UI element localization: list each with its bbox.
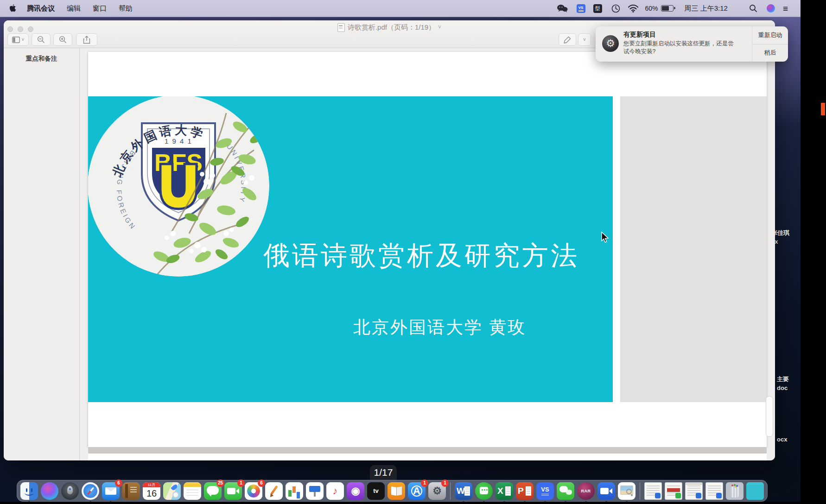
- siri-icon[interactable]: [40, 481, 59, 501]
- window-title: 诗歌赏析.pdf（页码：1/19）: [348, 23, 435, 32]
- zoom-out-button[interactable]: [32, 33, 51, 46]
- facetime-icon[interactable]: 1: [223, 481, 243, 501]
- menu-item-help[interactable]: 帮助: [113, 4, 139, 13]
- green-chat-app-icon[interactable]: [474, 481, 494, 501]
- battery-percent: 60%: [645, 5, 658, 12]
- menu-bar: 腾讯会议 编辑 窗口 帮助 VS 型: [0, 0, 801, 17]
- desktop-file-label[interactable]: 主要doc: [777, 375, 789, 393]
- time-machine-icon[interactable]: [611, 4, 620, 13]
- finder-icon[interactable]: [19, 481, 39, 501]
- notification-center-icon[interactable]: ≡: [783, 4, 788, 13]
- minimized-window-4-icon[interactable]: [705, 481, 724, 501]
- sidebar: 重点和备注: [4, 48, 80, 460]
- chevron-down-icon[interactable]: ˅: [438, 24, 441, 31]
- excel-icon[interactable]: X: [495, 481, 514, 501]
- wechat-icon[interactable]: [556, 481, 575, 501]
- wifi-icon[interactable]: [628, 5, 638, 13]
- rar-archiver-icon[interactable]: RAR: [576, 481, 596, 501]
- maps-icon[interactable]: [162, 481, 182, 501]
- search-icon[interactable]: [749, 4, 757, 13]
- mouse-cursor: [601, 232, 610, 244]
- apple-menu[interactable]: [0, 4, 21, 13]
- siri-icon[interactable]: [767, 4, 775, 13]
- system-preferences-icon[interactable]: ⚙1: [427, 481, 447, 501]
- desktop-folder-icon[interactable]: [745, 481, 765, 501]
- menu-item-window[interactable]: 窗口: [87, 4, 113, 13]
- voov-status-icon[interactable]: VS: [577, 4, 585, 13]
- minimized-window-2-icon[interactable]: [664, 481, 683, 501]
- vertical-scrollbar[interactable]: [766, 396, 773, 437]
- notification-body: 您要立刻重新启动以安装这些更新，还是尝 试今晚安装?: [623, 40, 752, 56]
- tencent-meeting-icon[interactable]: [597, 481, 616, 501]
- video-black-bar-bottom: [0, 502, 826, 504]
- slide-title: 俄语诗歌赏析及研究方法: [263, 238, 597, 274]
- menu-clock[interactable]: 周三 上午3:12: [685, 4, 728, 13]
- safari-icon[interactable]: [81, 481, 100, 501]
- slide-author: 北京外国语大学 黄玫: [353, 316, 576, 339]
- mail-icon[interactable]: 6: [101, 481, 121, 501]
- desktop-file-label[interactable]: ocx: [777, 435, 787, 444]
- input-method-icon[interactable]: 型: [593, 4, 602, 13]
- messages-icon[interactable]: 25: [203, 481, 222, 501]
- dock-divider: [450, 482, 451, 500]
- slide-graphic: 1 9 4 1 BFS BEIJING FOREIGN UNIVERSITY 北…: [88, 96, 613, 402]
- notes-icon[interactable]: [183, 481, 202, 501]
- apple-logo-icon: [9, 4, 16, 13]
- pdf-page-2-edge: [88, 454, 767, 460]
- chevron-down-icon: ˅: [22, 37, 25, 42]
- app-store-icon[interactable]: A1: [407, 481, 426, 501]
- later-button[interactable]: 稍后: [752, 44, 788, 62]
- music-icon[interactable]: ♪: [325, 481, 345, 501]
- pages-icon[interactable]: [264, 481, 284, 501]
- powerpoint-icon[interactable]: P: [515, 481, 534, 501]
- books-icon[interactable]: [387, 481, 406, 501]
- video-black-bar-right: [801, 0, 826, 504]
- launchpad-icon[interactable]: [60, 481, 80, 501]
- preview-icon[interactable]: [617, 481, 636, 501]
- keynote-icon[interactable]: [305, 481, 324, 501]
- word-icon[interactable]: W: [454, 481, 473, 501]
- share-button[interactable]: [76, 33, 97, 46]
- bfsu-logo-image: 1 9 4 1 BFS BEIJING FOREIGN UNIVERSITY 北…: [88, 96, 270, 277]
- dock: 611月162516♪◉tvA1⚙1WXPVSRAR: [17, 480, 768, 502]
- battery-icon: [661, 5, 674, 12]
- dock-divider: [640, 482, 640, 500]
- preview-window: 诗歌赏析.pdf（页码：1/19） ˅ ˅ ˅ 重点和备注: [4, 20, 775, 460]
- restart-button[interactable]: 重新启动: [752, 26, 788, 44]
- contacts-icon[interactable]: [121, 481, 141, 501]
- apple-tv-icon[interactable]: tv: [366, 481, 386, 501]
- photos-icon[interactable]: 6: [244, 481, 263, 501]
- menu-item-edit[interactable]: 编辑: [61, 4, 87, 13]
- edge-orange-marker: [821, 103, 825, 115]
- minimized-window-3-icon[interactable]: [684, 481, 704, 501]
- calendar-icon[interactable]: 11月16: [142, 481, 161, 501]
- wechat-status-icon[interactable]: [557, 4, 568, 13]
- markup-button[interactable]: [559, 33, 576, 46]
- notification-title: 有更新项目: [623, 31, 752, 39]
- page-gap: [88, 447, 767, 454]
- menu-item-app[interactable]: 腾讯会议: [21, 4, 61, 13]
- voov-app-icon[interactable]: VS: [535, 481, 555, 501]
- pdf-doc-icon: [337, 23, 345, 32]
- trash-icon[interactable]: [725, 481, 744, 501]
- markup-dropdown-button[interactable]: ˅: [578, 33, 591, 46]
- gear-icon: ⚙: [602, 35, 619, 52]
- pdf-page-1[interactable]: 1 9 4 1 BFS BEIJING FOREIGN UNIVERSITY 北…: [88, 52, 767, 447]
- sidebar-toggle-button[interactable]: ˅: [7, 33, 29, 46]
- numbers-icon[interactable]: [285, 481, 304, 501]
- sidebar-header: 重点和备注: [4, 55, 79, 63]
- minimized-window-1-icon[interactable]: [643, 481, 663, 501]
- update-notification: ⚙ 有更新项目 您要立刻重新启动以安装这些更新，还是尝 试今晚安装? 重新启动 …: [596, 26, 788, 62]
- chevron-down-icon: ˅: [583, 37, 586, 42]
- svg-text:1 9 4 1: 1 9 4 1: [165, 137, 192, 145]
- pdf-content-area[interactable]: 1 9 4 1 BFS BEIJING FOREIGN UNIVERSITY 北…: [80, 48, 775, 460]
- slide-notes-panel: [620, 96, 767, 402]
- podcasts-icon[interactable]: ◉: [346, 481, 365, 501]
- zoom-in-button[interactable]: [53, 33, 72, 46]
